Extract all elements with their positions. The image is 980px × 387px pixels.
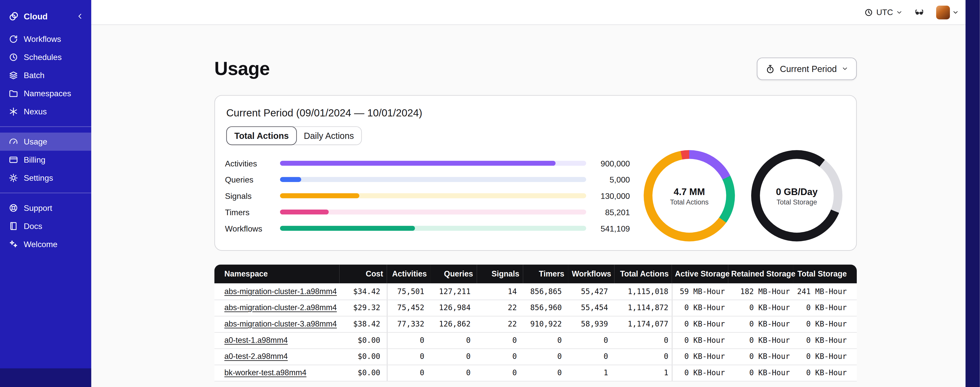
temporal-logo-icon [9, 11, 19, 21]
column-header-queries: Queries [431, 264, 477, 283]
namespaces-icon [9, 89, 18, 98]
table-cell: 0 [477, 332, 523, 349]
table-cell: 241 MB-Hour [793, 283, 857, 300]
sidebar-item-schedules[interactable]: Schedules [0, 48, 91, 66]
clock-icon [864, 8, 873, 17]
namespace-link[interactable]: abs-migration-cluster-1.a98mm4 [224, 287, 337, 296]
table-cell: 55,454 [568, 300, 614, 316]
usage-bar-queries: Queries5,000 [225, 171, 630, 188]
sidebar-item-batch[interactable]: Batch [0, 66, 91, 85]
user-menu[interactable] [936, 5, 959, 19]
table-cell: 0 KB-Hour [793, 300, 857, 316]
sidebar-item-label: Support [24, 203, 52, 213]
timer-icon [765, 64, 775, 74]
table-cell: 1,174,077 [614, 316, 671, 332]
settings-icon [9, 173, 18, 183]
namespace-link[interactable]: bk-worker-test.a98mm4 [224, 368, 307, 377]
table-header-row: NamespaceCostActivitiesQueriesSignalsTim… [214, 264, 857, 283]
table-cell: 0 [523, 332, 568, 349]
table-cell: 0 KB-Hour [672, 365, 728, 381]
table-cell: 58,939 [568, 316, 614, 332]
table-cell: 75,452 [387, 300, 431, 316]
table-row: a0-test-2.a98mm4$0.000000000 KB-Hour0 KB… [214, 349, 857, 365]
sidebar-item-label: Usage [24, 137, 47, 147]
usage-charts-row: Activities900,000Queries5,000Signals130,… [225, 150, 846, 241]
table-cell: 0 [387, 349, 431, 365]
table-cell: 182 MB-Hour [728, 283, 793, 300]
page-title: Usage [214, 58, 270, 79]
donut-center: 4.7 MMTotal Actions [652, 159, 726, 233]
namespace-link[interactable]: a0-test-1.a98mm4 [224, 336, 288, 345]
sidebar-item-usage[interactable]: Usage [0, 133, 91, 150]
main: UTC Usage Current Period [91, 0, 980, 387]
table-cell: 0 KB-Hour [728, 332, 793, 349]
table-cell: 14 [477, 283, 523, 300]
bar-value: 5,000 [586, 175, 630, 184]
welcome-icon [9, 240, 18, 249]
sidebar-item-nexus[interactable]: Nexus [0, 102, 91, 121]
bar-label: Activities [225, 158, 280, 168]
table-cell: 127,211 [431, 283, 477, 300]
bar-value: 85,201 [586, 207, 630, 217]
tab-daily-actions[interactable]: Daily Actions [296, 127, 361, 144]
bar-fill [280, 193, 360, 198]
timezone-selector[interactable]: UTC [864, 7, 902, 17]
sidebar-item-label: Billing [24, 155, 45, 165]
namespace-cell: a0-test-1.a98mm4 [214, 332, 339, 349]
bar-value: 130,000 [586, 191, 630, 200]
content: Usage Current Period Current Period (09/… [91, 25, 980, 387]
usage-bar-activities: Activities900,000 [225, 155, 630, 171]
table-cell: 0 KB-Hour [672, 316, 728, 332]
workflows-icon [9, 34, 18, 44]
namespace-cell: a0-test-2.a98mm4 [214, 349, 339, 365]
usage-bars: Activities900,000Queries5,000Signals130,… [225, 155, 630, 237]
sidebar-item-settings[interactable]: Settings [0, 169, 91, 187]
table-cell: 0 [523, 365, 568, 381]
usage-tabs: Total ActionsDaily Actions [226, 126, 362, 145]
batch-icon [9, 71, 18, 80]
sidebar-item-welcome[interactable]: Welcome [0, 235, 91, 253]
column-header-retained-storage: Retained Storage [728, 264, 793, 283]
table-cell: 0 KB-Hour [793, 316, 857, 332]
namespace-link[interactable]: abs-migration-cluster-2.a98mm4 [224, 303, 337, 312]
sidebar-item-support[interactable]: Support [0, 199, 91, 217]
column-header-timers: Timers [523, 264, 568, 283]
timezone-label: UTC [877, 7, 893, 17]
bar-label: Signals [225, 191, 280, 200]
column-header-total-storage: Total Storage [793, 264, 857, 283]
column-header-total-actions: Total Actions [614, 264, 671, 283]
namespace-link[interactable]: a0-test-2.a98mm4 [224, 352, 288, 361]
sidebar: Cloud WorkflowsSchedulesBatchNamespacesN… [0, 0, 91, 387]
sidebar-brand[interactable]: Cloud [0, 6, 91, 26]
sidebar-item-billing[interactable]: Billing [0, 150, 91, 169]
sidebar-item-namespaces[interactable]: Namespaces [0, 85, 91, 102]
donut-center: 0 GB/DayTotal Storage [760, 159, 834, 233]
glasses-icon[interactable] [914, 7, 925, 17]
column-header-workflows: Workflows [568, 264, 614, 283]
table-cell: $0.00 [339, 349, 387, 365]
bar-label: Timers [225, 207, 280, 217]
table-cell: 0 KB-Hour [672, 349, 728, 365]
period-selector-button[interactable]: Current Period [757, 58, 857, 80]
chevron-left-icon[interactable] [76, 13, 84, 20]
tab-total-actions[interactable]: Total Actions [227, 127, 296, 144]
table-cell: 0 [387, 365, 431, 381]
bar-fill [280, 209, 329, 215]
bar-fill [280, 225, 415, 231]
table-cell: 856,865 [523, 283, 568, 300]
table-cell: 0 KB-Hour [672, 332, 728, 349]
donut-chart-total-storage: 0 GB/DayTotal Storage [751, 150, 843, 241]
table-cell: $0.00 [339, 365, 387, 381]
column-header-cost: Cost [339, 264, 387, 283]
card-title: Current Period (09/01/2024 — 10/01/2024) [225, 107, 846, 119]
usage-donuts: 4.7 MMTotal Actions0 GB/DayTotal Storage [644, 150, 846, 241]
table-cell: 0 KB-Hour [728, 365, 793, 381]
table-row: abs-migration-cluster-1.a98mm4$34.4275,5… [214, 283, 857, 300]
namespace-cell: abs-migration-cluster-3.a98mm4 [214, 316, 339, 332]
sidebar-item-workflows[interactable]: Workflows [0, 30, 91, 48]
namespace-link[interactable]: abs-migration-cluster-3.a98mm4 [224, 320, 337, 328]
table-cell: 0 [431, 349, 477, 365]
sidebar-item-docs[interactable]: Docs [0, 217, 91, 235]
donut-value: 0 GB/Day [776, 186, 818, 197]
screen: Cloud WorkflowsSchedulesBatchNamespacesN… [0, 0, 980, 387]
